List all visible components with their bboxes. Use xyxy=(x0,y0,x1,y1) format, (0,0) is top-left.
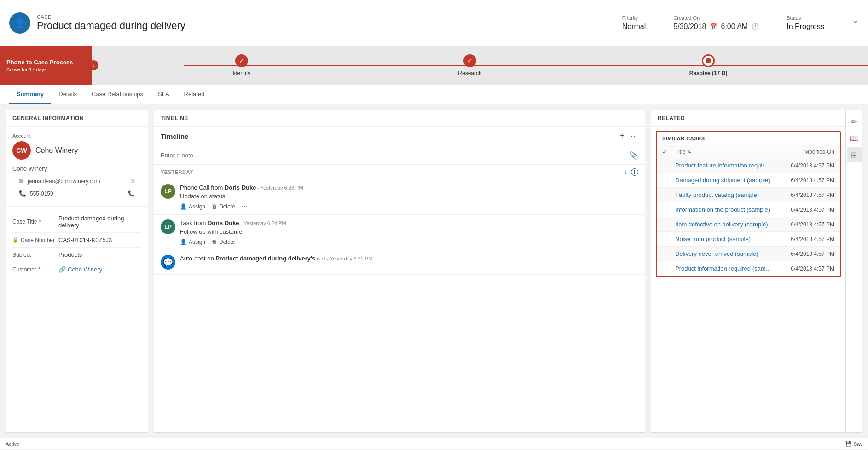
field-value-subject[interactable]: Products xyxy=(58,251,82,258)
tabs: Summary Details Case Relationships SLA R… xyxy=(0,85,868,104)
assign-button-2[interactable]: 👤 Assign xyxy=(180,239,205,245)
similar-table-header: ✓ Title ⇅ Modified On xyxy=(657,145,840,158)
tab-summary[interactable]: Summary xyxy=(9,85,51,104)
header-chevron-down-icon[interactable]: ⌄ xyxy=(852,15,859,25)
contact-name: Coho Winery xyxy=(12,165,47,172)
status-bar: Active 💾 Sav xyxy=(0,438,868,449)
edit-sidebar-icon[interactable]: ✏ xyxy=(847,114,862,129)
step-identify-label: Identify xyxy=(233,70,251,76)
save-icon: 💾 xyxy=(845,441,852,447)
process-sub: Active for 17 days xyxy=(6,67,86,72)
phone-icon: 📞 xyxy=(19,190,26,197)
related-inner: RELATED SIMILAR CASES ✓ Title ⇅ Modified… xyxy=(651,110,845,432)
status-label: Status xyxy=(787,15,801,21)
process-step-identify[interactable]: ✓ Identify xyxy=(233,54,251,76)
similar-case-title-6[interactable]: Noise from product (sample) xyxy=(675,236,775,242)
save-button[interactable]: 💾 Sav xyxy=(845,441,862,447)
more-button-2[interactable]: ⋯ xyxy=(242,239,247,245)
timeline-header: Timeline + ⋯ xyxy=(154,127,645,146)
timeline-more-icon[interactable]: ⋯ xyxy=(630,131,638,141)
timeline-add-icon[interactable]: + xyxy=(619,131,625,141)
timeline-item-content-1: Phone Call from Doris Duke - Yesterday 6… xyxy=(180,184,638,210)
account-section: Account CW Coho Winery Coho Winery ✉ jen… xyxy=(6,127,148,207)
yesterday-label: YESTERDAY xyxy=(161,169,193,175)
process-collapse-icon[interactable]: ‹ xyxy=(88,60,98,70)
timeline-section-yesterday: YESTERDAY ↓ i xyxy=(154,165,645,179)
field-label-case-title: Case Title * xyxy=(12,219,58,225)
note-input[interactable] xyxy=(161,152,625,159)
field-value-customer[interactable]: 🔗 xyxy=(58,266,66,273)
similar-case-title-1[interactable]: Product feature information requir... xyxy=(675,162,775,169)
phone-action-icon[interactable]: 📞 xyxy=(128,190,135,197)
assign-button-1[interactable]: 👤 Assign xyxy=(180,203,205,210)
field-case-title: Case Title * Product damaged during deli… xyxy=(12,211,141,233)
similar-case-title-4[interactable]: Information on the product (sample) xyxy=(675,206,775,213)
similar-case-row-1: Product feature information requir... 6/… xyxy=(657,158,840,173)
created-time: 6:00 AM xyxy=(721,23,748,31)
tab-details[interactable]: Details xyxy=(51,85,84,104)
email-action-icon[interactable]: ⧉ xyxy=(131,178,135,185)
phone-row: 📞 555-0159 📞 xyxy=(12,187,141,200)
sort-icon[interactable]: ⇅ xyxy=(687,149,691,155)
case-info: CASE Product damaged during delivery xyxy=(37,14,185,32)
field-subject: Subject Products xyxy=(12,248,141,262)
tab-related[interactable]: Related xyxy=(177,85,212,104)
save-label: Sav xyxy=(854,441,862,447)
process-label-box: Phone to Case Process Active for 17 days… xyxy=(0,46,92,85)
info-icon[interactable]: i xyxy=(631,168,638,176)
email-value[interactable]: jenna.dean@cohowinery.com xyxy=(28,178,100,185)
similar-case-row-2: Damaged during shipment (sample) 6/4/201… xyxy=(657,173,840,188)
similar-case-date-5: 6/4/2018 4:57 PM xyxy=(775,221,834,228)
timeline-item-title-3: Auto-post on Product damaged during deli… xyxy=(180,255,638,262)
sort-down-icon[interactable]: ↓ xyxy=(625,169,627,175)
step-active-inner xyxy=(706,58,711,63)
field-value-case-title[interactable]: Product damaged during delivery xyxy=(58,215,141,229)
process-step-resolve[interactable]: Resolve (17 D) xyxy=(689,54,728,76)
customer-link-text[interactable]: Coho Winery xyxy=(68,266,102,273)
col-date-header: Modified On xyxy=(775,149,834,155)
created-label: Created On xyxy=(673,15,700,21)
main-content: GENERAL INFORMATION Account CW Coho Wine… xyxy=(0,104,868,438)
calendar-icon[interactable]: 📅 xyxy=(710,23,717,30)
process-line xyxy=(184,65,868,66)
assign-icon-2: 👤 xyxy=(180,239,187,245)
delete-button-2[interactable]: 🗑 Delete xyxy=(212,239,235,245)
timeline-item-subtitle-2: Follow up with customer xyxy=(180,228,638,235)
tab-case-relationships[interactable]: Case Relationships xyxy=(84,85,150,104)
clock-icon[interactable]: 🕐 xyxy=(752,23,759,30)
grid-sidebar-icon[interactable]: ⊞ xyxy=(847,147,862,162)
similar-case-date-1: 6/4/2018 4:57 PM xyxy=(775,162,834,169)
similar-case-row-8: Product information required (sam... 6/4… xyxy=(657,261,840,276)
timeline-item-actions-1: 👤 Assign 🗑 Delete ⋯ xyxy=(180,203,638,210)
similar-case-title-5[interactable]: Item defective on delivery (sample) xyxy=(675,221,775,228)
field-value-case-number: CAS-01019-K0Z5J3 xyxy=(58,237,112,243)
process-title: Phone to Case Process xyxy=(6,59,86,66)
similar-case-title-8[interactable]: Product information required (sam... xyxy=(675,265,775,272)
timeline-section-action-icons: ↓ i xyxy=(625,168,638,176)
delete-button-1[interactable]: 🗑 Delete xyxy=(212,203,235,210)
general-info-panel: GENERAL INFORMATION Account CW Coho Wine… xyxy=(6,110,148,433)
account-initials: CW xyxy=(16,147,27,154)
book-sidebar-icon[interactable]: 📖 xyxy=(847,131,862,145)
phone-value[interactable]: 555-0159 xyxy=(30,190,53,197)
created-row: 5/30/2018 📅 6:00 AM 🕐 xyxy=(673,23,759,31)
avatar-icon: 👤 xyxy=(14,17,26,29)
timeline-item-content-3: Auto-post on Product damaged during deli… xyxy=(180,255,638,270)
check-all[interactable]: ✓ xyxy=(662,148,675,155)
similar-cases-title: SIMILAR CASES xyxy=(657,132,840,145)
case-title: Product damaged during delivery xyxy=(37,20,185,32)
similar-case-title-2[interactable]: Damaged during shipment (sample) xyxy=(675,177,775,184)
more-button-1[interactable]: ⋯ xyxy=(242,203,247,210)
attach-icon[interactable]: 📎 xyxy=(629,151,638,160)
timeline-item-title-1: Phone Call from Doris Duke - Yesterday 6… xyxy=(180,184,638,191)
priority-label: Priority xyxy=(622,15,638,21)
created-date: 5/30/2018 xyxy=(673,23,706,31)
required-star: * xyxy=(38,266,41,273)
similar-case-title-7[interactable]: Delivery never arrived (sample) xyxy=(675,250,775,257)
field-label-customer: Customer * xyxy=(12,266,58,273)
tab-sla[interactable]: SLA xyxy=(150,85,177,104)
timeline-panel: TIMELINE Timeline + ⋯ 📎 YESTERDAY ↓ i LP xyxy=(154,110,645,433)
similar-case-title-3[interactable]: Faulty product catalog (sample) xyxy=(675,191,775,198)
process-step-research[interactable]: ✓ Research xyxy=(458,54,481,76)
account-name[interactable]: Coho Winery xyxy=(35,146,78,155)
